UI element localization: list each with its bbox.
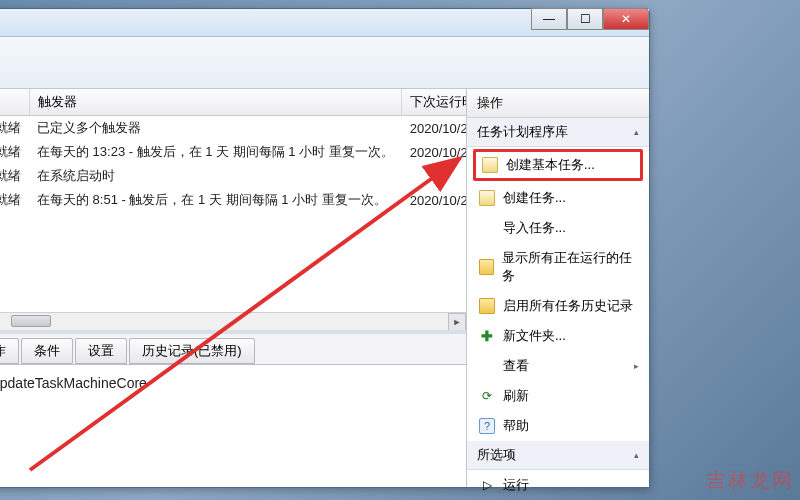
window-controls: — ☐ ✕ xyxy=(531,8,649,30)
action-label: 创建任务... xyxy=(503,189,566,207)
col-next-run[interactable]: 下次运行时间 xyxy=(402,89,466,116)
group-library-label: 任务计划程序库 xyxy=(477,123,568,141)
action-import-task[interactable]: 导入任务... xyxy=(467,213,649,243)
detail-tabs: 操作 条件 设置 历史记录(已禁用) xyxy=(0,334,466,364)
action-show-running[interactable]: 显示所有正在运行的任务 xyxy=(467,243,649,291)
task-list: 状态 触发器 下次运行时间 准备就绪已定义多个触发器2020/10/25 13:… xyxy=(0,89,466,334)
action-create-basic-task[interactable]: 创建基本任务... xyxy=(473,149,643,181)
chevron-right-icon: ▸ xyxy=(634,361,639,371)
cell-status: 准备就绪 xyxy=(0,140,29,164)
actions-pane-header: 操作 xyxy=(467,89,649,118)
collapse-icon: ▴ xyxy=(634,450,639,460)
tab-history[interactable]: 历史记录(已禁用) xyxy=(129,338,255,364)
action-label: 刷新 xyxy=(503,387,529,405)
cell-next_run: 2020/10/25 13:2 xyxy=(402,116,466,141)
create-task-icon xyxy=(479,190,495,206)
cell-next_run: 2020/10/25 11:2 xyxy=(402,140,466,164)
watermark: 吉林龙网 xyxy=(706,467,794,494)
running-tasks-icon xyxy=(479,259,494,275)
action-label: 显示所有正在运行的任务 xyxy=(502,249,639,285)
refresh-icon: ⟳ xyxy=(479,388,495,404)
table-row[interactable]: 准备就绪在系统启动时 xyxy=(0,164,466,188)
tab-conditions[interactable]: 条件 xyxy=(21,338,73,364)
action-refresh[interactable]: ⟳ 刷新 xyxy=(467,381,649,411)
close-button[interactable]: ✕ xyxy=(603,8,649,30)
scroll-thumb[interactable] xyxy=(11,315,51,327)
titlebar: — ☐ ✕ xyxy=(0,9,649,37)
table-row[interactable]: 准备就绪在每天的 13:23 - 触发后，在 1 天 期间每隔 1 小时 重复一… xyxy=(0,140,466,164)
group-library[interactable]: 任务计划程序库 ▴ xyxy=(467,118,649,147)
action-label: 创建基本任务... xyxy=(506,156,595,174)
cell-status: 准备就绪 xyxy=(0,188,29,212)
action-help[interactable]: ? 帮助 xyxy=(467,411,649,441)
cell-trigger: 在每天的 13:23 - 触发后，在 1 天 期间每隔 1 小时 重复一次。 xyxy=(29,140,402,164)
scroll-right-arrow[interactable]: ► xyxy=(448,313,466,331)
toolbar-area xyxy=(0,37,649,89)
horizontal-scrollbar[interactable]: ◄ ► xyxy=(0,312,466,330)
action-run[interactable]: ▷ 运行 xyxy=(467,470,649,500)
cell-trigger: 已定义多个触发器 xyxy=(29,116,402,141)
plus-icon: ✚ xyxy=(479,328,495,344)
cell-next_run xyxy=(402,164,466,188)
detail-text: gleUpdateTaskMachineCore xyxy=(0,375,147,391)
maximize-button[interactable]: ☐ xyxy=(567,8,603,30)
actions-pane: 操作 任务计划程序库 ▴ 创建基本任务... 创建任务... 导入任务... 显… xyxy=(467,89,649,487)
group-selected-label: 所选项 xyxy=(477,446,516,464)
run-icon: ▷ xyxy=(479,477,495,493)
history-icon xyxy=(479,298,495,314)
action-label: 帮助 xyxy=(503,417,529,435)
cell-trigger: 在每天的 8:51 - 触发后，在 1 天 期间每隔 1 小时 重复一次。 xyxy=(29,188,402,212)
col-trigger[interactable]: 触发器 xyxy=(29,89,402,116)
col-status[interactable]: 状态 xyxy=(0,89,29,116)
cell-status: 准备就绪 xyxy=(0,164,29,188)
task-scheduler-window: — ☐ ✕ 状态 触发器 下次运行时间 xyxy=(0,8,650,488)
action-label: 启用所有任务历史记录 xyxy=(503,297,633,315)
help-icon: ? xyxy=(479,418,495,434)
action-label: 查看 xyxy=(503,357,529,375)
create-basic-task-icon xyxy=(482,157,498,173)
tab-settings[interactable]: 设置 xyxy=(75,338,127,364)
main-pane: 状态 触发器 下次运行时间 准备就绪已定义多个触发器2020/10/25 13:… xyxy=(0,89,467,487)
action-label: 新文件夹... xyxy=(503,327,566,345)
tab-actions[interactable]: 操作 xyxy=(0,338,19,364)
table-row[interactable]: 准备就绪在每天的 8:51 - 触发后，在 1 天 期间每隔 1 小时 重复一次… xyxy=(0,188,466,212)
table-header-row: 状态 触发器 下次运行时间 xyxy=(0,89,466,116)
action-enable-history[interactable]: 启用所有任务历史记录 xyxy=(467,291,649,321)
cell-status: 准备就绪 xyxy=(0,116,29,141)
view-icon xyxy=(479,358,495,374)
collapse-icon: ▴ xyxy=(634,127,639,137)
cell-next_run: 2020/10/29 11:5 xyxy=(402,188,466,212)
group-selected[interactable]: 所选项 ▴ xyxy=(467,441,649,470)
cell-trigger: 在系统启动时 xyxy=(29,164,402,188)
minimize-button[interactable]: — xyxy=(531,8,567,30)
import-icon xyxy=(479,220,495,236)
action-create-task[interactable]: 创建任务... xyxy=(467,183,649,213)
action-view[interactable]: 查看 ▸ xyxy=(467,351,649,381)
detail-body: gleUpdateTaskMachineCore xyxy=(0,364,466,487)
action-label: 运行 xyxy=(503,476,529,494)
table-row[interactable]: 准备就绪已定义多个触发器2020/10/25 13:2 xyxy=(0,116,466,141)
action-new-folder[interactable]: ✚ 新文件夹... xyxy=(467,321,649,351)
action-label: 导入任务... xyxy=(503,219,566,237)
